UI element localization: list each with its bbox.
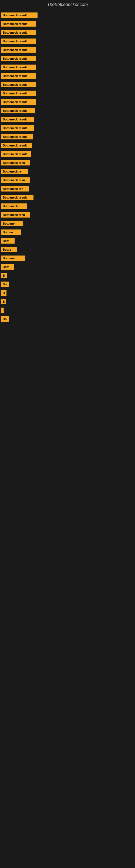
bar-row: Bottleneck result: [0, 29, 135, 37]
bar-row: Bottleneck result: [0, 116, 135, 124]
bar-row: Bottleneck result: [0, 107, 135, 115]
bar-row: Bottleneck resu: [0, 159, 135, 167]
bottleneck-bar: Bottleneck result: [1, 65, 36, 70]
bottleneck-bar: Bottleneck result: [1, 195, 34, 200]
bottleneck-bar: Bottlen: [1, 229, 21, 235]
bar-row: Bottleneck re: [0, 168, 135, 176]
bottleneck-bar: B: [1, 290, 6, 296]
bottleneck-bar: Bottleneck result: [1, 12, 38, 18]
bottleneck-bar: Bottleneck result: [1, 82, 36, 87]
bar-row: Bottleneck resu: [0, 177, 135, 184]
bottleneck-bar: Bottleneck result: [1, 134, 33, 140]
bar-row: I: [0, 307, 135, 315]
bar-row: Bottleneck result: [0, 64, 135, 72]
bottleneck-bar: Bottleneck resu: [1, 212, 30, 218]
bar-row: Bottleneck result: [0, 194, 135, 202]
bar-row: Bottlene: [0, 220, 135, 228]
bottleneck-bar: Bottleneck result: [1, 151, 31, 157]
bar-row: Bottleneck result: [0, 12, 135, 20]
bar-row: Bottleneck r: [0, 203, 135, 211]
bottleneck-bar: Bottleneck re: [1, 169, 28, 174]
bar-row: Bottlen: [0, 229, 135, 237]
bottleneck-bar: Bott: [1, 238, 14, 244]
bar-row: Bottlenec: [0, 255, 135, 262]
bottleneck-bar: Bottleneck result: [1, 143, 32, 148]
bottleneck-bar: Bottleneck result: [1, 117, 34, 122]
bars-container: Bottleneck resultBottleneck resultBottle…: [0, 9, 135, 327]
bar-row: Bottleneck result: [0, 142, 135, 150]
bar-row: B: [0, 290, 135, 297]
bar-row: Bottleneck result: [0, 90, 135, 98]
bar-row: Bottleneck result: [0, 55, 135, 63]
bar-row: Bottleneck result: [0, 73, 135, 80]
bottleneck-bar: Bottleneck res: [1, 186, 29, 191]
bottleneck-bar: Bottleneck result: [1, 91, 36, 96]
bottleneck-bar: Bottleneck result: [1, 108, 35, 113]
bar-row: Bottleneck result: [0, 21, 135, 28]
bar-row: Bottleneck result: [0, 133, 135, 141]
bottleneck-bar: Bo: [1, 316, 9, 322]
bar-row: Bottleneck result: [0, 46, 135, 54]
bar-row: Bottleneck result: [0, 99, 135, 106]
bottleneck-bar: Bottleneck result: [1, 21, 36, 27]
bar-row: Bo: [0, 316, 135, 323]
bottleneck-bar: Bottlenec: [1, 255, 25, 261]
bottleneck-bar: Bottleneck result: [1, 125, 34, 131]
bottleneck-bar: Bo: [1, 282, 9, 287]
bottleneck-bar: Bottle: [1, 247, 17, 252]
bottleneck-bar: B: [1, 299, 6, 304]
bar-row: Bottleneck result: [0, 151, 135, 158]
bar-row: Bott: [0, 264, 135, 271]
bottleneck-bar: Bottleneck result: [1, 38, 36, 44]
bottleneck-bar: Bottleneck result: [1, 47, 36, 53]
bottleneck-bar: Bottlene: [1, 221, 23, 226]
bottleneck-bar: Bottleneck result: [1, 56, 36, 61]
bar-row: B: [0, 272, 135, 280]
bar-row: Bottleneck result: [0, 82, 135, 89]
bottleneck-bar: Bottleneck r: [1, 204, 27, 209]
bar-row: Bottleneck res: [0, 186, 135, 193]
bar-row: Bottle: [0, 246, 135, 254]
bar-row: Bottleneck result: [0, 125, 135, 132]
bar-row: Bo: [0, 281, 135, 289]
bottleneck-bar: B: [1, 273, 7, 278]
bottleneck-bar: Bottleneck result: [1, 30, 36, 35]
bottleneck-bar: Bottleneck resu: [1, 160, 30, 165]
bottleneck-bar: I: [1, 308, 4, 313]
bottleneck-bar: Bottleneck result: [1, 99, 36, 105]
bar-row: Bottleneck result: [0, 38, 135, 45]
bottleneck-bar: Bottleneck result: [1, 73, 36, 79]
bar-row: B: [0, 299, 135, 306]
bottleneck-bar: Bott: [1, 264, 14, 270]
bottleneck-bar: Bottleneck resu: [1, 177, 30, 183]
site-title: TheBottlenecker.com: [0, 0, 135, 9]
bar-row: Bottleneck resu: [0, 212, 135, 219]
bar-row: Bott: [0, 238, 135, 245]
